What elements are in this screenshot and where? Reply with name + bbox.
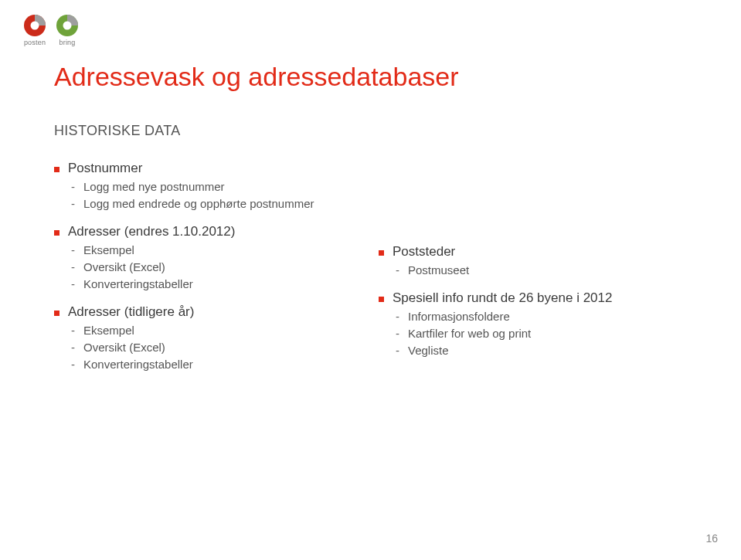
sub-list-item: Konverteringstabeller [71,277,355,290]
list-item-label: Poststeder [393,244,455,259]
bring-logo: bring [56,14,79,46]
posten-circle-icon [23,14,46,37]
page-number: 16 [705,532,718,545]
right-column: Poststeder Postmuseet Spesiell info rund… [379,161,687,375]
posten-wordmark: posten [24,39,46,46]
list-item: Postnummer Logg med nye postnummer Logg … [54,161,355,210]
sub-list-item: Eksempel [71,324,355,337]
page-title: Adressevask og adressedatabaser [54,62,687,92]
list-item: Poststeder Postmuseet [379,244,687,277]
list-item: Adresser (endres 1.10.2012) Eksempel Ove… [54,224,355,290]
content-columns: Postnummer Logg med nye postnummer Logg … [54,161,687,375]
sub-list-item: Logg med nye postnummer [71,180,355,193]
list-item-label: Spesiell info rundt de 26 byene i 2012 [393,290,612,305]
left-column: Postnummer Logg med nye postnummer Logg … [54,161,355,375]
slide-page: posten bring Adressevask og adressedatab… [0,0,741,560]
section-heading: HISTORISKE DATA [54,123,687,139]
bring-circle-icon [56,14,79,37]
list-item: Spesiell info rundt de 26 byene i 2012 I… [379,290,687,357]
svg-point-3 [63,22,72,30]
list-item: Adresser (tidligere år) Eksempel Oversik… [54,304,355,371]
sub-list-item: Oversikt (Excel) [71,260,355,273]
sub-list-item: Oversikt (Excel) [71,341,355,354]
sub-list-item: Konverteringstabeller [71,358,355,371]
sub-list-item: Eksempel [71,243,355,256]
svg-point-1 [31,22,39,30]
sub-list-item: Logg med endrede og opphørte postnummer [71,197,355,210]
sub-list-item: Informasjonsfoldere [396,310,687,323]
sub-list-item: Vegliste [396,344,687,357]
logo-bar: posten bring [23,14,687,46]
bring-wordmark: bring [59,39,75,46]
posten-logo: posten [23,14,46,46]
list-item-label: Adresser (tidligere år) [68,304,194,319]
sub-list-item: Postmuseet [396,263,687,277]
list-item-label: Adresser (endres 1.10.2012) [68,224,235,239]
list-item-label: Postnummer [68,161,142,175]
sub-list-item: Kartfiler for web og print [396,327,687,340]
